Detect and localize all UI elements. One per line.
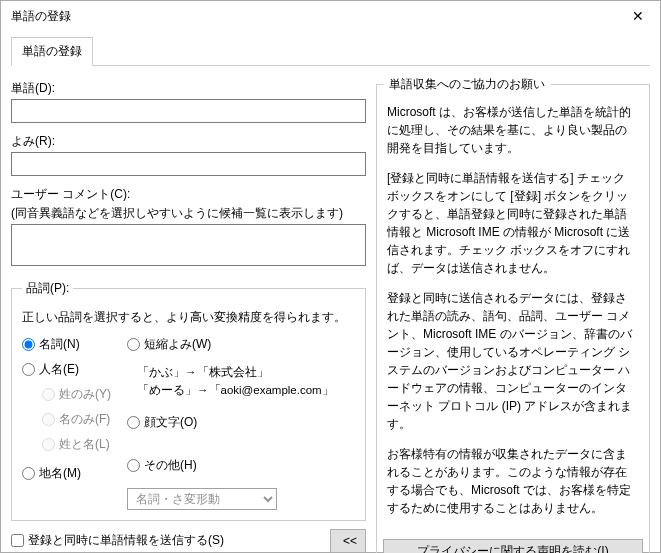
comment-label: ユーザー コメント(C): (11, 186, 366, 203)
info-p4: お客様特有の情報が収集されたデータに含まれることがあります。このような情報が存在… (387, 445, 637, 517)
pos-legend: 品詞(P): (22, 280, 73, 297)
comment-hint: (同音異義語などを選択しやすいように候補一覧に表示します) (11, 205, 366, 222)
pos-fieldset: 品詞(P): 正しい品詞を選択すると、より高い変換精度を得られます。 名詞(N)… (11, 280, 366, 521)
radio-first-only: 名のみ(F) (42, 411, 111, 428)
radio-last-only: 姓のみ(Y) (42, 386, 111, 403)
word-label: 単語(D): (11, 80, 366, 97)
info-fieldset: 単語収集へのご協力のお願い Microsoft は、お客様が送信した単語を統計的… (376, 76, 650, 553)
radio-full-name: 姓と名(L) (42, 436, 111, 453)
close-icon[interactable]: ✕ (615, 1, 660, 31)
pos-hint: 正しい品詞を選択すると、より高い変換精度を得られます。 (22, 309, 355, 326)
left-panel: 単語(D): よみ(R): ユーザー コメント(C): (同音異義語などを選択し… (11, 76, 366, 553)
content-area: 単語の登録 単語(D): よみ(R): ユーザー コメント(C): (同音異義語… (1, 31, 660, 553)
short-yomi-examples: 「かぶ」→「株式会社」 「めーる」→「aoki@example.com」 (137, 363, 334, 400)
word-input[interactable] (11, 99, 366, 123)
info-scroll[interactable]: Microsoft は、お客様が送信した単語を統計的に処理し、その結果を基に、よ… (383, 99, 643, 533)
pos-col-left: 名詞(N) 人名(E) 姓のみ(Y) 名のみ(F) 姓と名(L) 地名(M) (22, 336, 111, 510)
collapse-button[interactable]: << (330, 529, 366, 553)
radio-noun[interactable]: 名詞(N) (22, 336, 111, 353)
info-p3: 登録と同時に送信されるデータには、登録された単語の読み、語句、品詞、ユーザー コ… (387, 289, 637, 433)
pos-col-right: 短縮よみ(W) 「かぶ」→「株式会社」 「めーる」→「aoki@example.… (127, 336, 334, 510)
comment-input[interactable] (11, 224, 366, 266)
tab-bar: 単語の登録 (11, 37, 650, 66)
panels: 単語(D): よみ(R): ユーザー コメント(C): (同音異義語などを選択し… (11, 76, 650, 553)
dialog-window: 単語の登録 ✕ 単語の登録 単語(D): よみ(R): ユーザー コメント(C)… (0, 0, 661, 553)
yomi-label: よみ(R): (11, 133, 366, 150)
send-row: 登録と同時に単語情報を送信する(S) << (11, 529, 366, 553)
send-checkbox[interactable]: 登録と同時に単語情報を送信する(S) (11, 532, 224, 549)
pos-grid: 名詞(N) 人名(E) 姓のみ(Y) 名のみ(F) 姓と名(L) 地名(M) 短… (22, 336, 355, 510)
tab-register-word[interactable]: 単語の登録 (11, 37, 93, 66)
window-title: 単語の登録 (11, 8, 615, 25)
yomi-input[interactable] (11, 152, 366, 176)
radio-person[interactable]: 人名(E) (22, 361, 111, 378)
titlebar: 単語の登録 ✕ (1, 1, 660, 31)
info-legend: 単語収集へのご協力のお願い (383, 76, 551, 93)
radio-place[interactable]: 地名(M) (22, 465, 111, 482)
radio-short-yomi[interactable]: 短縮よみ(W) (127, 336, 334, 353)
privacy-button[interactable]: プライバシーに関する声明を読む(I) (383, 539, 643, 553)
other-pos-combo[interactable]: 名詞・さ変形動 (127, 488, 277, 510)
radio-kaomoji[interactable]: 顔文字(O) (127, 414, 334, 431)
info-p1: Microsoft は、お客様が送信した単語を統計的に処理し、その結果を基に、よ… (387, 103, 637, 157)
info-p2: [登録と同時に単語情報を送信する] チェック ボックスをオンにして [登録] ボ… (387, 169, 637, 277)
radio-other[interactable]: その他(H) (127, 457, 334, 474)
right-panel: 単語収集へのご協力のお願い Microsoft は、お客様が送信した単語を統計的… (376, 76, 650, 553)
